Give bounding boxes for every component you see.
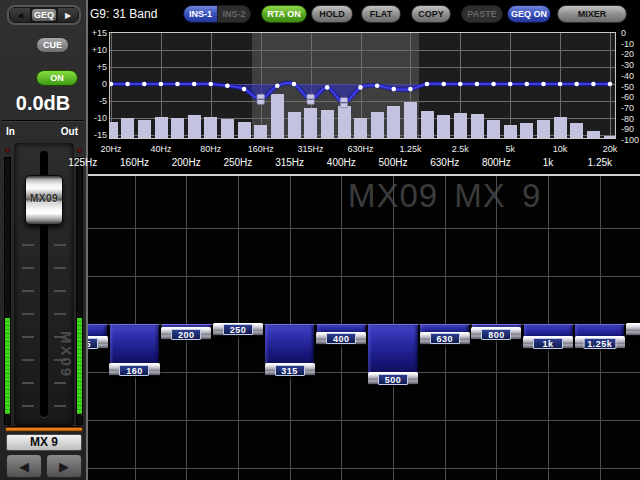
topbar-button-paste: PASTE (461, 5, 503, 23)
eq-band-dot (558, 82, 563, 87)
rta-axis-label: -70 (621, 103, 640, 113)
geq-fader-cap-label: 800 (481, 329, 511, 340)
topbar-button-rta-on[interactable]: RTA ON (261, 5, 307, 23)
eq-band-dot (408, 87, 413, 92)
channel-fader-cap[interactable]: MX09 (25, 175, 63, 225)
freq-axis-label: 10k (553, 144, 568, 154)
fader-tick (54, 405, 66, 407)
gain-axis-label: +15 (88, 28, 107, 38)
topbar-button-copy[interactable]: COPY (411, 5, 451, 23)
rta-axis-label: -30 (621, 60, 640, 70)
fader-freq-label: 200Hz (172, 157, 201, 168)
geq-prev-button[interactable]: ◀ (10, 8, 30, 22)
geq-next-button[interactable]: ▶ (58, 8, 78, 22)
gain-axis-label: -5 (88, 96, 107, 106)
geq-fader-cap-1.25k[interactable]: 1.25k (575, 336, 625, 349)
geq-fader-cap-630[interactable]: 630 (420, 332, 470, 345)
fader-tick (22, 313, 34, 315)
left-arrow-icon: ◀ (17, 11, 23, 20)
eq-band-dot (525, 82, 530, 87)
cue-button[interactable]: CUE (36, 37, 69, 53)
geq-fader-cap-250[interactable]: 250 (213, 323, 263, 336)
rta-axis-label: -10 (621, 39, 640, 49)
eq-band-dot (425, 82, 430, 87)
topbar-button-hold[interactable]: HOLD (311, 5, 353, 23)
eq-band-dot (591, 82, 596, 87)
geq-fader-cap-500[interactable]: 500 (368, 372, 418, 385)
rta-axis-label: -100 (621, 135, 640, 145)
fader-freq-label: 125Hz (68, 157, 97, 168)
fader-tick (54, 267, 66, 269)
fader-tick (54, 244, 66, 246)
eq-band-dot (175, 82, 180, 87)
freq-axis-label: 80Hz (200, 144, 221, 154)
channel-strip: ◀ GEQ ▶ CUE ON 0.0dB In Out MX09 MX09 MX… (0, 0, 88, 480)
channel-name: MX 9 (6, 434, 82, 451)
eq-band-dot (225, 83, 230, 88)
eq-band-dot (458, 82, 463, 87)
geq-fader-cap-160[interactable]: 160 (109, 363, 159, 376)
fader-tick (22, 336, 34, 338)
channel-color-bar (6, 426, 82, 432)
geq-fader-cap-1k[interactable]: 1k (523, 336, 573, 349)
fader-freq-label: 1k (543, 157, 554, 168)
gain-axis-label: +5 (88, 62, 107, 72)
channel-prev-button[interactable]: ◀ (6, 454, 42, 478)
fader-tick (54, 382, 66, 384)
graph-plot-area (109, 32, 616, 139)
geq-fader-cap-1.6k[interactable] (626, 323, 640, 336)
divider (2, 120, 84, 121)
output-meter-fill (77, 318, 82, 414)
topbar-button-mixer[interactable]: MIXER (557, 5, 627, 23)
fader-freq-label: 400Hz (327, 157, 356, 168)
topbar-button-geq-on[interactable]: GEQ ON (507, 5, 551, 23)
input-meter (4, 157, 11, 425)
geq-fader-column (368, 324, 417, 376)
freq-axis-label: 20Hz (100, 144, 121, 154)
fader-grid-hline (88, 228, 640, 229)
geq-fader-column (265, 324, 314, 367)
geq-fader-cap-800[interactable]: 800 (471, 327, 521, 340)
gain-axis-label: 0 (88, 79, 107, 89)
fader-tick (22, 267, 34, 269)
geq-fader-cap-315[interactable]: 315 (265, 363, 315, 376)
geq-title: G9: 31 Band (90, 7, 157, 21)
geq-fader-cap-125[interactable]: 125 (88, 336, 108, 349)
rta-axis-label: -90 (621, 124, 640, 134)
eq-band-dot (375, 83, 380, 88)
geq-fader-area: MX09 MX 9 1251602002503154005006308001k1… (88, 176, 640, 480)
eq-band-dot (125, 82, 130, 87)
fader-grid-hline (88, 420, 640, 421)
topbar-buttons: INS-1INS-2RTA ONHOLDFLATCOPYPASTEGEQ ONM… (183, 5, 627, 23)
fader-freq-label: 160Hz (120, 157, 149, 168)
eq-band-dot (508, 82, 513, 87)
channel-next-button[interactable]: ▶ (46, 454, 82, 478)
topbar-button-ins-1[interactable]: INS-1 (183, 5, 217, 23)
geq-fader-cap-label: 125 (88, 338, 98, 349)
fader-freq-label: 315Hz (275, 157, 304, 168)
eq-band-dot (358, 85, 363, 90)
freq-axis-label: 160Hz (248, 144, 274, 154)
fader-tick (22, 244, 34, 246)
freq-axis-label: 630Hz (347, 144, 373, 154)
geq-fader-cap-400[interactable]: 400 (316, 332, 366, 345)
rta-axis-label: -40 (621, 71, 640, 81)
geq-fader-cap-label: 400 (326, 333, 356, 344)
geq-button[interactable]: GEQ (31, 8, 57, 22)
geq-fader-cap-label: 250 (223, 324, 253, 335)
freq-axis-label: 315Hz (298, 144, 324, 154)
on-button[interactable]: ON (36, 70, 78, 86)
eq-band-dot (541, 82, 546, 87)
fader-grid-hline (88, 468, 640, 469)
eq-band-dot (491, 82, 496, 87)
eq-band-dot (292, 82, 297, 87)
eq-band-dot (192, 82, 197, 87)
topbar-button-flat[interactable]: FLAT (361, 5, 401, 23)
fader-freq-label: 630Hz (430, 157, 459, 168)
clip-led-out (77, 148, 82, 153)
geq-fader-cap-200[interactable]: 200 (161, 327, 211, 340)
output-meter (76, 157, 83, 425)
topbar-button-ins-2[interactable]: INS-2 (217, 5, 251, 23)
fader-tick (22, 405, 34, 407)
input-meter-fill (5, 318, 10, 414)
